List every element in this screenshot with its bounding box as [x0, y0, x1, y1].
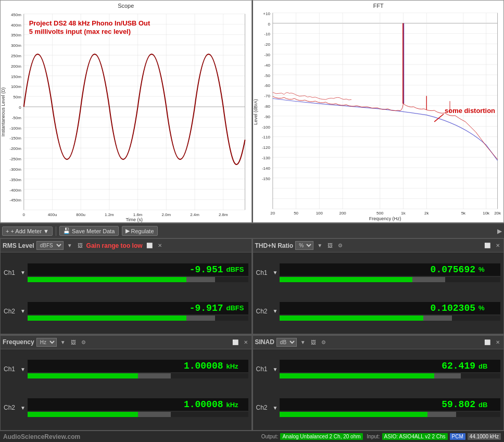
rms-ch2-dropdown[interactable]: ▼	[20, 308, 26, 314]
rms-ch1-value-line: -9.951 dBFS	[28, 263, 248, 276]
freq-ch2-dropdown[interactable]: ▼	[20, 405, 26, 411]
thd-ch2-dropdown[interactable]: ▼	[273, 308, 278, 314]
freq-gear-icon[interactable]: ⚙	[80, 339, 87, 346]
svg-text:-130: -130	[261, 156, 270, 160]
thd-ch1-bar-green	[280, 277, 412, 282]
sinad-title: SINAD	[255, 338, 274, 346]
svg-text:-20: -20	[264, 42, 270, 47]
sinad-ch1-bar-gray	[434, 373, 461, 378]
svg-text:1.6m: 1.6m	[133, 212, 143, 217]
sinad-gear-icon[interactable]: ⚙	[320, 339, 327, 346]
thd-expand-icon[interactable]: ⬜	[483, 242, 492, 249]
rms-ch2-meter: -9.917 dBFS	[28, 302, 248, 321]
svg-text:-300m: -300m	[9, 167, 21, 172]
svg-text:-400m: -400m	[9, 188, 21, 193]
sinad-ch1-meter: 62.419 dB	[280, 360, 500, 378]
svg-text:250m: 250m	[11, 54, 21, 58]
svg-text:-80: -80	[264, 104, 270, 109]
svg-text:-70: -70	[264, 94, 270, 98]
rms-ch2-bar	[28, 315, 248, 321]
svg-text:0: 0	[268, 22, 270, 27]
save-meter-data-button[interactable]: 💾 Save Meter Data	[59, 226, 119, 236]
thd-gear-icon[interactable]: ⚙	[336, 242, 344, 249]
rms-meter-body: Ch1 ▼ -9.951 dBFS Ch2	[1, 252, 251, 334]
freq-meter-body: Ch1 ▼ 1.00008 kHz Ch2	[1, 349, 251, 431]
sinad-ch2-dropdown[interactable]: ▼	[273, 405, 278, 411]
sinad-expand-icon[interactable]: ⬜	[483, 339, 492, 346]
meters-area: RMS Level dBFS ▼ 🖼 Gain range too low ⬜ …	[0, 238, 504, 431]
rms-ch2-bar-gray	[186, 315, 215, 321]
rms-close-icon[interactable]: ✕	[156, 242, 163, 249]
svg-text:100: 100	[316, 211, 323, 216]
sinad-ch1-dropdown[interactable]: ▼	[273, 367, 278, 372]
svg-text:200m: 200m	[11, 64, 21, 69]
rms-expand-icon[interactable]: ⬜	[145, 242, 154, 249]
freq-ch2-bar-gray	[138, 412, 171, 417]
thd-ch1-value: 0.075692	[431, 264, 475, 275]
freq-ch1-dropdown[interactable]: ▼	[20, 367, 26, 372]
rms-meter-header: RMS Level dBFS ▼ 🖼 Gain range too low ⬜ …	[1, 239, 251, 252]
rms-ch1-bar	[28, 277, 248, 282]
input-value: ASIO: ASIO4ALL v2 2 Chs	[382, 433, 448, 440]
sinad-unit-select[interactable]: dB	[276, 338, 297, 347]
thd-ch2-meter: 0.102305 %	[280, 302, 500, 321]
svg-text:2.0m: 2.0m	[162, 212, 171, 217]
svg-text:300m: 300m	[11, 43, 21, 48]
svg-text:2.8m: 2.8m	[219, 212, 228, 217]
svg-text:50: 50	[294, 211, 298, 216]
status-bar: AudioScienceReview.com Output: Analog Un…	[0, 431, 504, 442]
sinad-menu-icon[interactable]: ▼	[299, 339, 307, 346]
svg-text:-350m: -350m	[9, 178, 21, 182]
sinad-icon-img[interactable]: 🖼	[309, 339, 318, 346]
freq-menu-icon[interactable]: ▼	[59, 339, 67, 346]
sinad-ch2-label: Ch2	[256, 404, 271, 411]
freq-expand-icon[interactable]: ⬜	[231, 339, 240, 346]
rms-menu-icon[interactable]: ▼	[66, 242, 74, 249]
svg-text:500: 500	[376, 211, 384, 216]
thd-ch2-unit: %	[478, 304, 497, 312]
svg-text:350m: 350m	[11, 33, 21, 37]
freq-ch1-value-line: 1.00008 kHz	[28, 360, 248, 372]
svg-text:1.2m: 1.2m	[105, 212, 114, 217]
plus-icon: +	[6, 228, 9, 234]
thd-ch1-bar	[280, 277, 500, 282]
svg-text:2k: 2k	[424, 211, 429, 216]
thd-ch2-value: 0.102305	[431, 303, 475, 313]
thd-icon-img[interactable]: 🖼	[326, 242, 334, 249]
sinad-ch2-unit: dB	[478, 401, 497, 409]
svg-text:Instantaneous Level (D): Instantaneous Level (D)	[1, 87, 6, 137]
rms-ch1-dropdown[interactable]: ▼	[20, 270, 26, 275]
thd-ch2-bar-green	[280, 315, 423, 321]
svg-text:-100m: -100m	[9, 126, 21, 131]
thd-close-icon[interactable]: ✕	[494, 242, 501, 249]
svg-text:Project DS2 48 kHz Phono In/US: Project DS2 48 kHz Phono In/USB Out	[29, 19, 150, 27]
svg-text:-90: -90	[264, 115, 270, 119]
add-meter-button[interactable]: + + Add Meter ▼	[2, 226, 53, 236]
thd-unit-select[interactable]: %	[295, 241, 313, 250]
rms-ch2-label: Ch2	[4, 308, 18, 315]
freq-unit-select[interactable]: Hz	[36, 338, 57, 347]
sinad-close-icon[interactable]: ✕	[494, 339, 501, 346]
thd-title: THD+N Ratio	[255, 242, 294, 249]
svg-text:1k: 1k	[401, 211, 405, 216]
rms-unit-select[interactable]: dBFS	[36, 241, 64, 250]
thd-menu-icon[interactable]: ▼	[316, 242, 324, 249]
thd-ch1-label: Ch1	[256, 269, 271, 276]
svg-text:200: 200	[339, 211, 346, 216]
svg-text:some distortion: some distortion	[445, 107, 495, 115]
thd-meter-header: THD+N Ratio % ▼ 🖼 ⚙ ⬜ ✕	[253, 239, 504, 252]
rms-ch1-bar-green	[28, 277, 186, 282]
freq-icon-img[interactable]: 🖼	[69, 339, 78, 346]
fft-panel: FFT	[252, 0, 505, 223]
svg-text:-250m: -250m	[9, 157, 21, 161]
regulate-button[interactable]: ▶ Regulate	[122, 226, 158, 236]
svg-text:-150m: -150m	[9, 136, 21, 141]
freq-close-icon[interactable]: ✕	[242, 339, 249, 346]
sinad-ch1-value-line: 62.419 dB	[280, 360, 500, 372]
scroll-arrow-right[interactable]: ▶	[497, 228, 502, 235]
freq-ch1-bar-gray	[138, 373, 171, 378]
thd-ch1-dropdown[interactable]: ▼	[273, 270, 278, 275]
sinad-ch2-bar	[280, 412, 500, 417]
svg-text:0: 0	[19, 105, 21, 110]
rms-icon-img[interactable]: 🖼	[76, 242, 84, 249]
